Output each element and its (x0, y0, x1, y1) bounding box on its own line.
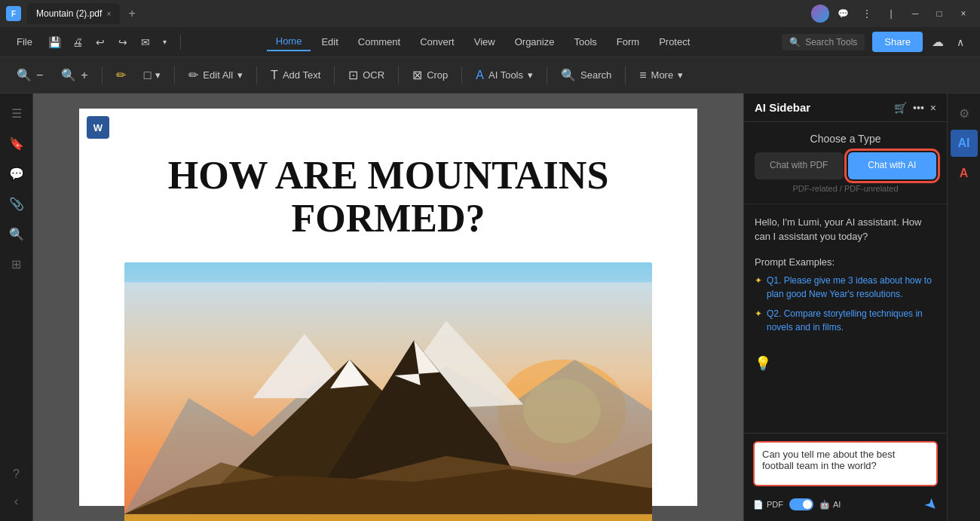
nav-items: Home Edit Comment Convert View Organize … (185, 32, 780, 51)
layers-button[interactable]: ⊞ (3, 250, 30, 277)
help-button[interactable]: ? (3, 461, 30, 488)
icon-group-save: 💾 🖨 ↩ ↪ ✉ ▾ (44, 32, 173, 53)
active-tab[interactable]: Mountain (2).pdf × (27, 3, 120, 24)
settings-panel-button[interactable]: ⚙ (951, 100, 978, 127)
pdf-title: HOW ARE MOUNTAINS FORMED? (124, 154, 652, 240)
more-label: More (651, 69, 674, 81)
attachments-button[interactable]: 📎 (3, 190, 30, 217)
ai-tools-button[interactable]: A AI Tools ▾ (468, 64, 541, 87)
edit-all-dropdown[interactable]: ▾ (237, 69, 243, 81)
undo-icon[interactable]: ↩ (90, 32, 111, 53)
add-text-icon: T (271, 69, 278, 82)
pdf-viewer[interactable]: W HOW ARE MOUNTAINS FORMED? (33, 93, 743, 521)
pages-button[interactable]: ☰ (3, 100, 30, 127)
ai-label: AI (833, 500, 841, 509)
cart-icon[interactable]: 🛒 (894, 102, 907, 114)
ai-header-icons: 🛒 ••• × (894, 102, 936, 114)
share-button[interactable]: Share (872, 32, 923, 52)
lightbulb-area: 💡 (755, 349, 936, 378)
search-tools-button[interactable]: 🔍 Search Tools (782, 34, 865, 51)
mail-icon[interactable]: ✉ (135, 32, 156, 53)
chat-pdf-button[interactable]: Chat with PDF (755, 152, 844, 179)
tab-close-icon[interactable]: × (106, 10, 111, 18)
close-sidebar-icon[interactable]: × (930, 102, 936, 114)
highlight-button[interactable]: ✏ (109, 63, 133, 87)
choose-type-section: Choose a Type Chat with PDF Chat with AI… (744, 122, 947, 204)
nav-protect[interactable]: Protect (650, 33, 699, 51)
chat-input[interactable]: Can you tell me about the best football … (753, 441, 938, 486)
cloud-icon[interactable]: ☁ (927, 32, 948, 53)
bookmarks-button[interactable]: 🔖 (3, 130, 30, 157)
edit-all-button[interactable]: ✏ Edit All ▾ (181, 63, 250, 87)
collapse-sidebar-button[interactable]: ‹ (3, 488, 30, 515)
close-window-button[interactable]: × (953, 3, 974, 24)
zoom-in-button[interactable]: 🔍 + (54, 63, 95, 87)
nav-home[interactable]: Home (267, 32, 311, 51)
print-icon[interactable]: 🖨 (67, 32, 88, 53)
nav-tools[interactable]: Tools (565, 33, 605, 51)
edit-all-label: Edit All (203, 69, 233, 81)
separator-1 (102, 66, 103, 84)
choose-type-label: Choose a Type (755, 133, 936, 145)
comments-button[interactable]: 💬 (3, 160, 30, 187)
ocr-button[interactable]: ⊡ OCR (341, 63, 392, 87)
shape-dropdown[interactable]: ▾ (155, 69, 161, 81)
avatar[interactable] (811, 5, 829, 23)
toggle-thumb (803, 500, 812, 509)
zoom-out-icon: 🔍 (17, 68, 32, 82)
more-dropdown[interactable]: ▾ (678, 69, 683, 81)
crop-button[interactable]: ⊠ Crop (405, 63, 455, 87)
pdf-icon: 📄 (753, 500, 764, 510)
ai-sidebar-header: AI Sidebar 🛒 ••• × (744, 93, 947, 122)
type-sub-label: PDF-related / PDF-unrelated (755, 184, 936, 193)
add-text-label: Add Text (283, 69, 320, 81)
separator-5 (398, 66, 399, 84)
ai-sidebar-title: AI Sidebar (755, 101, 810, 114)
find-button[interactable]: 🔍 (3, 220, 30, 247)
file-menu[interactable]: File (9, 33, 40, 51)
prompt-star-2: ✦ (755, 308, 762, 319)
shape-button[interactable]: □ ▾ (136, 64, 169, 87)
nav-comment[interactable]: Comment (349, 33, 409, 51)
save-icon[interactable]: 💾 (44, 32, 66, 53)
nav-convert[interactable]: Convert (411, 33, 464, 51)
ai-panel-button[interactable]: AI (951, 130, 978, 157)
nav-view[interactable]: View (465, 33, 504, 51)
ai-badge-icon: 🤖 (819, 500, 830, 510)
prompt-examples: Prompt Examples: ✦ Q1. Please give me 3 … (755, 256, 936, 340)
left-sidebar: ☰ 🔖 💬 📎 🔍 ⊞ ? ‹ (0, 93, 33, 521)
prompt-item-1[interactable]: ✦ Q1. Please give me 3 ideas about how t… (755, 274, 936, 301)
collapse-icon[interactable]: ∧ (950, 32, 971, 53)
search-button[interactable]: 🔍 Search (553, 63, 619, 87)
menu-dots-icon[interactable]: ⋮ (856, 3, 877, 24)
more-button[interactable]: ≡ More ▾ (632, 64, 691, 87)
chat-ai-button[interactable]: Chat with AI (848, 152, 937, 179)
send-button[interactable]: ➤ (920, 494, 942, 516)
highlight-icon: ✏ (116, 68, 126, 82)
title-bar: F Mountain (2).pdf × + 💬 ⋮ | ─ □ × (0, 0, 980, 27)
pdf-page: W HOW ARE MOUNTAINS FORMED? (79, 109, 697, 506)
add-tab-button[interactable]: + (123, 5, 141, 23)
zoom-out-button[interactable]: 🔍 − (9, 63, 51, 87)
more-options-icon[interactable]: ••• (913, 102, 924, 114)
chat-icon[interactable]: 💬 (832, 3, 853, 24)
minimize-button[interactable]: ─ (905, 3, 926, 24)
redo-icon[interactable]: ↪ (112, 32, 133, 53)
nav-organize[interactable]: Organize (506, 33, 564, 51)
toggle-switch[interactable] (789, 498, 813, 510)
prompt-item-2[interactable]: ✦ Q2. Compare storytelling techniques in… (755, 307, 936, 334)
maximize-button[interactable]: □ (929, 3, 950, 24)
add-text-button[interactable]: T Add Text (263, 64, 328, 87)
nav-form[interactable]: Form (608, 33, 648, 51)
ai-tools-dropdown[interactable]: ▾ (528, 69, 533, 81)
nav-edit[interactable]: Edit (312, 33, 347, 51)
separator-4 (334, 66, 335, 84)
dropdown-icon[interactable]: ▾ (158, 32, 173, 53)
ai-tools-label: AI Tools (488, 69, 523, 81)
translate-panel-button[interactable]: A (951, 160, 978, 187)
search-icon: 🔍 (561, 68, 576, 82)
separator-7 (547, 66, 547, 84)
menu-separator (180, 35, 181, 50)
pdf-label: PDF (767, 500, 783, 509)
ai-badge: 🤖 AI (819, 500, 841, 510)
